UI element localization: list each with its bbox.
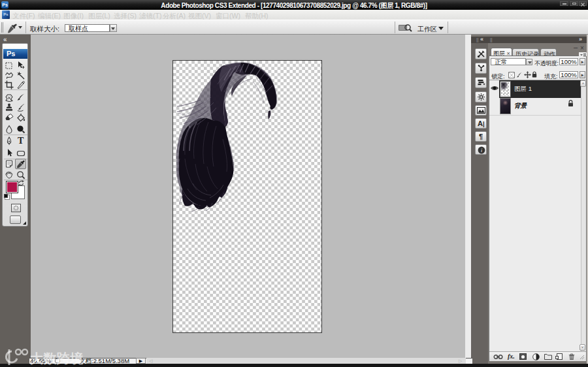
svg-text:i: i [481,148,482,153]
